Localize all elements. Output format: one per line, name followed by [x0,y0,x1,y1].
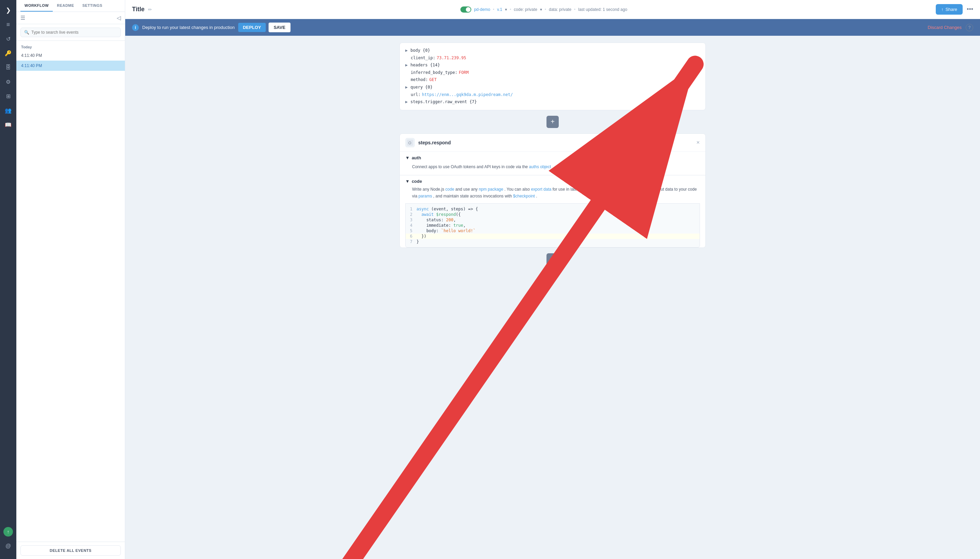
search-input-wrap: 🔍 [20,28,121,37]
nav-icon-email[interactable]: @ [2,540,14,552]
tab-workflow[interactable]: WORKFLOW [20,0,53,12]
svg-text:⬡: ⬡ [408,141,411,145]
method-value: GET [429,76,437,84]
respond-step-title: steps.respond [418,140,451,146]
auth-section: ▼ auth Connect apps to use OAuth tokens … [400,152,705,175]
nav-icon-settings[interactable]: ⚙ [2,76,14,88]
search-input[interactable] [31,30,117,35]
expand-body-icon[interactable]: ▶ [405,47,408,55]
expand-headers-icon[interactable]: ▶ [405,61,408,69]
nav-icon-upload[interactable]: ↑ [2,526,14,538]
edit-title-icon[interactable]: ✏ [148,7,152,12]
sidebar-controls: ☰ ◁ [16,12,125,24]
respond-card: ⬡ steps.respond ✕ ▼ auth Connect apps to… [399,134,706,248]
deploy-button[interactable]: DEPLOY [238,23,266,32]
top-header: Title ✏ pd-demo • v.1 ▾ • code: private … [125,0,980,19]
main-content: Title ✏ pd-demo • v.1 ▾ • code: private … [125,0,980,559]
header-right: ↑ Share ••• [936,4,973,15]
deploy-banner: i Deploy to run your latest changes in p… [125,19,980,36]
code-editor[interactable]: 1 async (event, steps) => { 2 await $res… [405,203,700,248]
nav-icon-key[interactable]: 🔑 [2,47,14,59]
code-line-7: 7 } [406,239,700,245]
respond-card-header: ⬡ steps.respond ✕ [400,134,705,152]
canvas: ▶ body {0} client_ip: 73.71.239.95 ▶ hea… [125,36,980,559]
expand-query-icon[interactable]: ▶ [405,84,408,91]
events-list: Today 4:11:40 PM 4:11:40 PM [16,41,125,542]
active-toggle[interactable] [460,7,471,13]
deploy-banner-left: i Deploy to run your latest changes in p… [132,23,290,32]
npm-package-link[interactable]: npm package [479,187,503,192]
add-step-button-1[interactable]: + [546,116,559,128]
deploy-text: Deploy to run your latest changes in pro… [142,25,235,30]
pd-demo-link[interactable]: pd-demo [474,7,490,12]
code-line-4: 4 immediate: true, [406,223,700,228]
data-visibility: data: private [549,7,571,12]
workflow-content: i Deploy to run your latest changes in p… [125,19,980,559]
inferred-body-value: FORM [459,69,469,77]
delete-all-events-button[interactable]: DELETE ALL EVENTS [20,546,121,556]
code-link[interactable]: code [445,187,454,192]
nav-icon-book[interactable]: 📖 [2,119,14,131]
client-ip-value: 73.71.239.95 [437,55,466,62]
code-visibility: code: private [514,7,537,12]
deploy-actions: DEPLOY SAVE [238,23,290,32]
share-button[interactable]: ↑ Share [936,4,963,15]
nav-icon-grid[interactable]: ⊞ [2,90,14,102]
params-link[interactable]: params [419,194,432,198]
auth-body: Connect apps to use OAuth tokens and API… [405,160,700,172]
export-data-link[interactable]: export data [531,187,551,192]
code-line-2: 2 await $respond({ [406,212,700,217]
sidebar-menu-icon[interactable]: ☰ [20,15,25,21]
share-icon: ↑ [941,7,944,12]
auth-label: auth [412,155,421,160]
annotation-arrow [125,36,980,559]
expand-steps-icon[interactable]: ▶ [405,98,408,106]
code-line-6: 6 }) [406,233,700,239]
auth-chevron-icon: ▼ [405,155,410,160]
more-menu-button[interactable]: ••• [967,6,973,13]
nav-icon-data[interactable]: 🗄 [2,61,14,74]
code-label: code [412,179,422,184]
code-line-1: 1 async (event, steps) => { [406,206,700,212]
help-icon[interactable]: ? [966,24,973,31]
discard-changes-link[interactable]: Discard Changes [927,25,962,30]
code-toggle[interactable]: ▼ code [405,179,700,184]
header-left: Title ✏ [132,6,152,13]
save-button[interactable]: SAVE [269,23,290,32]
sidebar-footer: DELETE ALL EVENTS [16,542,125,559]
search-icon: 🔍 [24,30,29,35]
code-chevron-icon: ▼ [405,179,410,184]
header-meta: pd-demo • v.1 ▾ • code: private ▾ • data… [460,7,627,13]
trigger-data: ▶ body {0} client_ip: 73.71.239.95 ▶ hea… [400,43,705,110]
tab-readme[interactable]: README [53,0,78,12]
tab-settings[interactable]: SETTINGS [78,0,107,12]
page-title: Title [132,6,145,13]
step-icon: ⬡ [405,138,415,147]
share-label: Share [945,7,957,12]
close-step-icon[interactable]: ✕ [696,140,700,145]
info-icon: i [132,24,139,31]
nav-icon-1[interactable]: ≡ [2,18,14,31]
event-item-active[interactable]: 4:11:40 PM [16,61,125,71]
checkpoint-link[interactable]: $checkpoint [513,194,535,198]
code-section: ▼ code Write any Node.js code and use an… [400,175,705,248]
sidebar-collapse-icon[interactable]: ◁ [117,15,121,21]
code-line-3: 3 status: 200, [406,217,700,223]
url-value[interactable]: https://enm...gqk9da.m.pipedream.net/ [422,91,513,99]
event-item[interactable]: 4:11:40 PM [16,50,125,61]
expand-sidebar-icon[interactable]: ❯ [2,4,14,17]
workflow-tabs: WORKFLOW README SETTINGS [16,0,125,12]
add-step-button-2[interactable]: + [546,253,559,266]
today-label: Today [16,44,125,50]
sidebar: WORKFLOW README SETTINGS ☰ ◁ 🔍 Today 4:1… [16,0,125,559]
sidebar-search: 🔍 [16,24,125,41]
code-description: Write any Node.js code and use any npm p… [405,184,700,203]
trigger-card: ▶ body {0} client_ip: 73.71.239.95 ▶ hea… [399,43,706,110]
version-badge[interactable]: v.1 [497,7,502,12]
last-updated: last updated: 1 second ago [578,7,627,12]
auths-object-link[interactable]: auths object [529,164,551,169]
nav-icon-2[interactable]: ↺ [2,33,14,45]
auth-toggle[interactable]: ▼ auth [405,155,700,160]
code-line-5: 5 body: `hello world!` [406,228,700,233]
nav-icon-users[interactable]: 👥 [2,104,14,116]
